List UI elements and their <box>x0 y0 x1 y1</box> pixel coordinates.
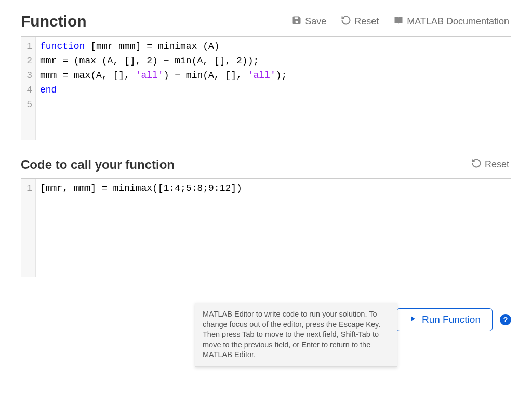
save-button[interactable]: Save <box>289 14 328 29</box>
caller-reset-label: Reset <box>485 159 509 170</box>
code-line[interactable]: mmr = (max (A, [], 2) − min(A, [], 2)); <box>40 54 507 68</box>
reset-icon <box>471 158 482 171</box>
code-line[interactable]: mmm = max(A, [], 'all') − min(A, [], 'al… <box>40 68 507 83</box>
caller-header: Code to call your function Reset <box>21 157 511 172</box>
run-label: Run Function <box>422 314 481 325</box>
line-number: 4 <box>23 83 32 97</box>
book-icon <box>393 15 404 28</box>
play-icon <box>408 314 417 325</box>
reset-button[interactable]: Reset <box>339 14 381 29</box>
caller-toolbar: Reset <box>469 157 511 172</box>
reset-icon <box>341 15 351 28</box>
docs-label: MATLAB Documentation <box>407 16 509 27</box>
save-label: Save <box>305 16 326 27</box>
caller-code[interactable]: [mmr, mmm] = minimax([1:4;5:8;9:12]) <box>36 179 511 277</box>
docs-button[interactable]: MATLAB Documentation <box>391 14 511 29</box>
function-code[interactable]: function [mmr mmm] = minimax (A)mmr = (m… <box>36 37 511 140</box>
caller-reset-button[interactable]: Reset <box>469 157 511 172</box>
code-line[interactable] <box>40 97 507 112</box>
function-title: Function <box>21 12 87 30</box>
code-line[interactable]: end <box>40 83 507 97</box>
function-toolbar: Save Reset MATLAB Documentation <box>289 14 511 29</box>
save-icon <box>291 15 302 28</box>
line-number: 2 <box>23 54 32 68</box>
function-editor[interactable]: 12345 function [mmr mmm] = minimax (A)mm… <box>21 36 511 140</box>
reset-label: Reset <box>354 16 379 27</box>
caller-gutter: 1 <box>21 179 36 277</box>
code-line[interactable]: function [mmr mmm] = minimax (A) <box>40 39 507 54</box>
caller-editor[interactable]: 1 [mmr, mmm] = minimax([1:4;5:8;9:12]) <box>21 178 511 277</box>
editor-tooltip: MATLAB Editor to write code to run your … <box>195 303 397 344</box>
run-function-button[interactable]: Run Function <box>396 308 493 331</box>
function-header: Function Save Reset MATLAB Documentation <box>21 12 511 30</box>
help-button[interactable]: ? <box>500 314 511 325</box>
line-number: 5 <box>23 97 32 112</box>
line-number: 1 <box>23 39 32 54</box>
function-gutter: 12345 <box>21 37 36 140</box>
line-number: 3 <box>23 68 32 83</box>
code-line[interactable]: [mmr, mmm] = minimax([1:4;5:8;9:12]) <box>40 181 507 195</box>
line-number: 1 <box>23 181 32 195</box>
caller-title: Code to call your function <box>21 158 175 172</box>
